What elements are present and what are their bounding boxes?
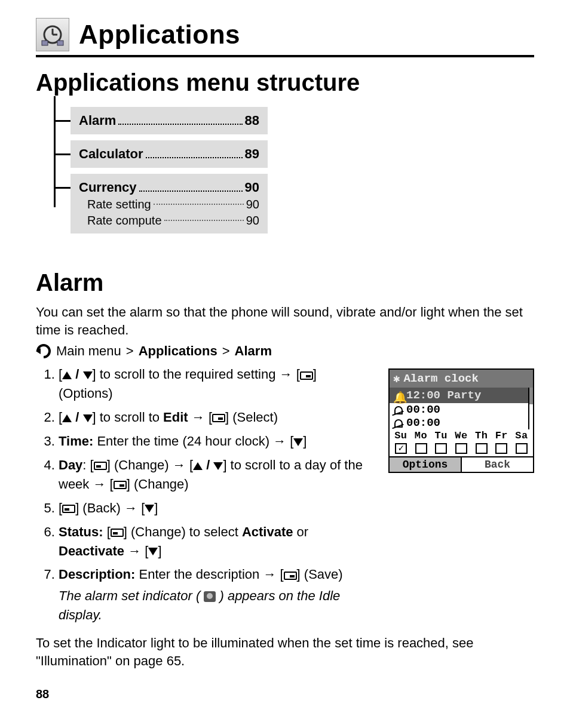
alarm-row[interactable]: 00:00 [390,416,528,429]
step-3: Time: Enter the time (24 hour clock) → [… [59,432,374,451]
svg-rect-3 [42,41,48,45]
day-checkbox[interactable] [415,443,427,454]
applications-icon [36,18,69,51]
step-5: [] (Back) → [] [59,499,374,518]
left-softkey-icon [114,481,127,489]
alarm-footer-note: To set the Indicator light to be illumin… [36,634,534,669]
alarm-intro: You can set the alarm so that the phone … [36,303,534,339]
day-checkbox[interactable] [495,443,507,454]
day-checkbox[interactable] [435,443,447,454]
alarm-heading: Alarm [36,269,534,296]
menu-item: Calculator 89 [71,140,268,168]
screen-title: ✱ Alarm clock [390,370,533,388]
softkey-back[interactable]: Back [462,457,533,472]
step-4: Day: [] (Change) → [ / ] to scroll to a … [59,456,374,494]
right-softkey-icon [62,505,75,513]
menu-item-label: Currency [79,180,137,195]
breadcrumb-applications: Applications [139,343,217,359]
day-label: Th [475,430,488,441]
left-softkey-icon [300,371,313,380]
down-arrow-icon [148,548,158,555]
menu-item: Currency 90Rate setting90Rate compute90 [71,174,268,234]
down-arrow-icon [293,438,303,446]
day-checkbox[interactable] [476,443,488,454]
day-label: Fr [495,430,508,441]
phone-screenshot: ✱ Alarm clock 🔔 12:00 Party 00:00 [388,368,534,629]
softkey-options[interactable]: Options [390,457,462,472]
page-number: 88 [36,687,534,701]
day-label: Su [394,430,407,441]
down-arrow-icon [213,462,223,470]
header: Applications [36,18,534,57]
left-softkey-icon [284,572,297,580]
step-7: Description: Enter the description → [] … [59,565,374,625]
down-arrow-icon [145,505,154,512]
day-label: We [455,430,467,441]
day-label: Tu [435,430,448,441]
step-2: [ / ] to scroll to Edit → [] (Select) [59,408,374,427]
alarm-row[interactable]: 00:00 [390,403,528,416]
alarm-row-selected[interactable]: 🔔 12:00 Party [390,388,528,403]
breadcrumb: Main menu > Applications > Alarm [36,343,534,359]
day-checkbox[interactable] [395,443,407,454]
breadcrumb-alarm: Alarm [235,343,272,359]
right-softkey-icon [94,462,107,470]
bell-off-icon [393,418,403,428]
page-title: Applications [79,20,240,50]
menu-item-page: 88 [245,113,259,128]
right-softkey-icon [111,529,124,537]
svg-rect-4 [57,41,63,45]
menu-item: Alarm 88 [71,107,268,134]
day-checkbox[interactable] [455,443,467,454]
bell-off-icon [393,405,403,414]
alarm-indicator-icon [204,591,216,602]
bell-on-icon: 🔔 [393,391,403,400]
day-checkbox[interactable] [516,443,528,454]
alarm-clock-icon: ✱ [393,371,400,386]
day-header-row: SuMoTuWeThFrSa [390,429,533,442]
up-arrow-icon [193,462,203,470]
menu-item-label: Alarm [79,113,116,128]
scrollbar[interactable] [528,388,533,429]
down-arrow-icon [83,371,93,379]
step-1: [ / ] to scroll to the required setting … [59,365,374,403]
down-arrow-icon [83,414,93,422]
menu-item-page: 89 [245,146,259,162]
menu-tree: Alarm 88Calculator 89Currency 90Rate set… [48,107,534,234]
menu-item-label: Calculator [79,146,143,162]
menu-subitem: Rate setting90 [79,198,259,211]
menu-subitem: Rate compute90 [79,214,259,228]
up-arrow-icon [62,414,72,422]
day-label: Mo [415,430,427,441]
breadcrumb-main: Main menu [56,343,121,359]
day-checkbox-row [390,442,533,456]
step-6: Status: [] (Change) to select Activate o… [59,523,374,561]
nav-arrow-icon [36,343,51,359]
left-softkey-icon [212,414,225,422]
up-arrow-icon [62,371,72,379]
section-title: Applications menu structure [36,69,534,96]
day-label: Sa [515,430,528,441]
instruction-list: [ / ] to scroll to the required setting … [36,365,374,625]
menu-item-page: 90 [245,180,259,195]
